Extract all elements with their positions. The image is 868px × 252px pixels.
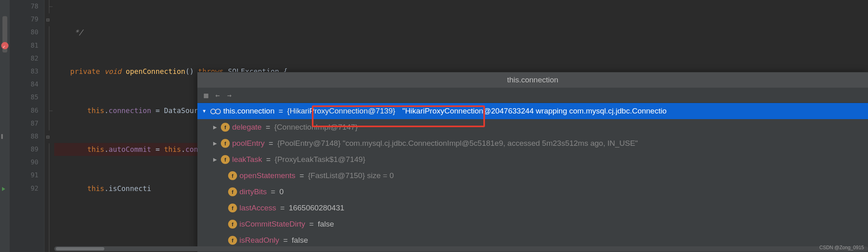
field-icon: f	[228, 187, 237, 196]
var-value: 1665060280431	[289, 204, 344, 212]
popup-toolbar: ▦ ← →	[197, 88, 868, 103]
var-value: {PoolEntry@7148} "com.mysql.cj.jdbc.Conn…	[277, 139, 638, 148]
tree-row[interactable]: f isReadOnly = false	[197, 232, 868, 248]
tree-root-row[interactable]: ▼ this.connection = {HikariProxyConnecti…	[197, 103, 868, 119]
tree-row[interactable]: ▶ f delegate = {ConnectionImpl@7147}	[197, 119, 868, 135]
var-name: isCommitStateDirty	[239, 220, 305, 229]
tree-row[interactable]: f isCommitStateDirty = false	[197, 216, 868, 232]
comment-text: */	[57, 28, 83, 36]
expand-toggle-icon[interactable]: ▼	[201, 108, 208, 114]
tree-row[interactable]: f dirtyBits = 0	[197, 184, 868, 200]
line-number[interactable]: 85	[10, 91, 38, 104]
tree-row[interactable]: f lastAccess = 1665060280431	[197, 200, 868, 216]
var-value: {HikariProxyConnection@7139}	[287, 107, 396, 116]
field-icon: f	[221, 139, 230, 148]
line-number[interactable]: 78	[10, 0, 38, 13]
line-number[interactable]: 83	[10, 65, 38, 78]
line-number[interactable]: 86	[10, 104, 38, 117]
nav-back-icon[interactable]: ←	[216, 91, 220, 99]
line-number[interactable]: 79	[10, 13, 38, 26]
var-value: {ProxyLeakTask$1@7149}	[275, 155, 365, 164]
keyword-this: this	[87, 185, 104, 193]
watermark-text: CSDN @Zong_0915	[819, 245, 864, 250]
field-icon: f	[221, 155, 230, 164]
keyword: private	[70, 67, 100, 76]
line-number[interactable]: 90	[10, 156, 38, 169]
watch-glasses-icon	[210, 107, 221, 115]
var-name: lastAccess	[239, 204, 276, 212]
left-scrollbar[interactable]	[0, 0, 10, 252]
line-number[interactable]: 80	[10, 26, 38, 39]
field-icon: f	[228, 171, 237, 180]
expand-toggle-icon[interactable]: ▶	[211, 157, 218, 162]
line-gutter: 78 79 80 81 82 83 84 85 86 87 88 89 90 9…	[10, 0, 44, 252]
var-name: leakTask	[232, 155, 262, 164]
var-name: openStatements	[239, 171, 295, 180]
var-value: false	[292, 236, 308, 245]
popup-title: this.connection	[197, 72, 868, 88]
variables-tree[interactable]: ▼ this.connection = {HikariProxyConnecti…	[197, 103, 868, 248]
line-number[interactable]: 89	[10, 143, 38, 156]
var-name: delegate	[232, 123, 262, 132]
keyword-this: this	[87, 107, 104, 115]
expand-toggle-icon[interactable]: ▶	[211, 141, 218, 146]
field-icon: f	[228, 204, 237, 212]
expand-toggle-icon[interactable]: ▶	[211, 124, 218, 130]
fold-open-icon[interactable]	[44, 13, 54, 26]
fold-open-icon[interactable]	[44, 130, 54, 143]
tree-row[interactable]: ▶ f leakTask = {ProxyLeakTask$1@7149}	[197, 151, 868, 168]
line-number[interactable]: 91	[10, 169, 38, 182]
fold-end-icon[interactable]	[44, 0, 54, 13]
line-number[interactable]: 82	[10, 52, 38, 65]
breakpoint-line[interactable]: 81	[10, 39, 38, 52]
line-number[interactable]: 88	[10, 130, 38, 143]
var-value: false	[318, 220, 334, 229]
field-partial: isConnecti	[108, 185, 151, 193]
keyword: void	[104, 67, 121, 76]
var-name: this.connection	[223, 107, 275, 116]
fold-end-icon[interactable]	[44, 104, 54, 117]
line-number[interactable]: 84	[10, 78, 38, 91]
scrollbar-thumb[interactable]	[56, 247, 104, 250]
var-tostring: "HikariProxyConnection@2047633244 wrappi…	[402, 107, 667, 116]
var-name: dirtyBits	[239, 187, 267, 196]
line-number[interactable]: 92	[10, 182, 38, 195]
nav-forward-icon[interactable]: →	[227, 91, 232, 99]
tree-view-icon[interactable]: ▦	[204, 91, 208, 99]
var-value: 0	[279, 187, 284, 196]
fold-column	[44, 0, 54, 252]
field-icon: f	[228, 220, 237, 229]
debug-evaluate-popup: this.connection ▦ ← → ▼ this.connection …	[197, 72, 868, 252]
var-value: {ConnectionImpl@7147}	[274, 123, 358, 132]
field: connection	[108, 107, 151, 115]
var-name: poolEntry	[232, 139, 265, 148]
field-icon: f	[221, 123, 230, 132]
tree-row[interactable]: ▶ f poolEntry = {PoolEntry@7148} "com.my…	[197, 135, 868, 151]
field-icon: f	[228, 236, 237, 245]
line-number[interactable]: 87	[10, 117, 38, 130]
var-name: isReadOnly	[239, 236, 279, 245]
tree-row[interactable]: f openStatements = {FastList@7150} size …	[197, 168, 868, 184]
horizontal-scrollbar[interactable]	[54, 246, 868, 251]
var-value: {FastList@7150} size = 0	[308, 171, 394, 180]
method-name: openConnection	[126, 67, 186, 76]
